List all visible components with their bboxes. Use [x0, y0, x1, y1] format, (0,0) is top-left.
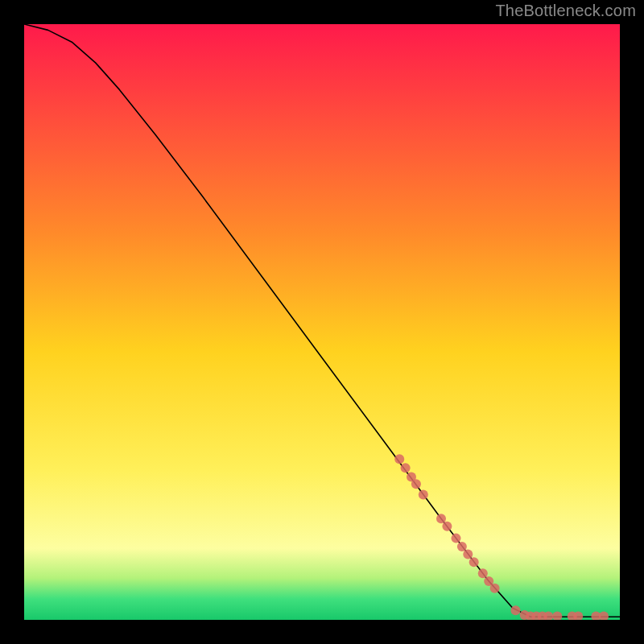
- data-point: [419, 490, 428, 500]
- data-point: [442, 522, 452, 531]
- chart-svg: [24, 24, 620, 620]
- data-point: [401, 463, 411, 473]
- watermark-text: TheBottleneck.com: [495, 2, 636, 20]
- data-point: [490, 584, 500, 593]
- data-point: [436, 514, 446, 523]
- data-point: [394, 454, 404, 464]
- data-point: [411, 479, 421, 489]
- data-point: [478, 568, 488, 578]
- data-point: [452, 534, 461, 543]
- data-point: [463, 550, 473, 559]
- plot-area: [24, 24, 620, 620]
- data-point: [511, 605, 521, 615]
- data-point: [457, 542, 467, 551]
- gradient-background: [24, 24, 620, 620]
- chart-frame: TheBottleneck.com: [0, 0, 644, 644]
- data-point: [469, 557, 479, 567]
